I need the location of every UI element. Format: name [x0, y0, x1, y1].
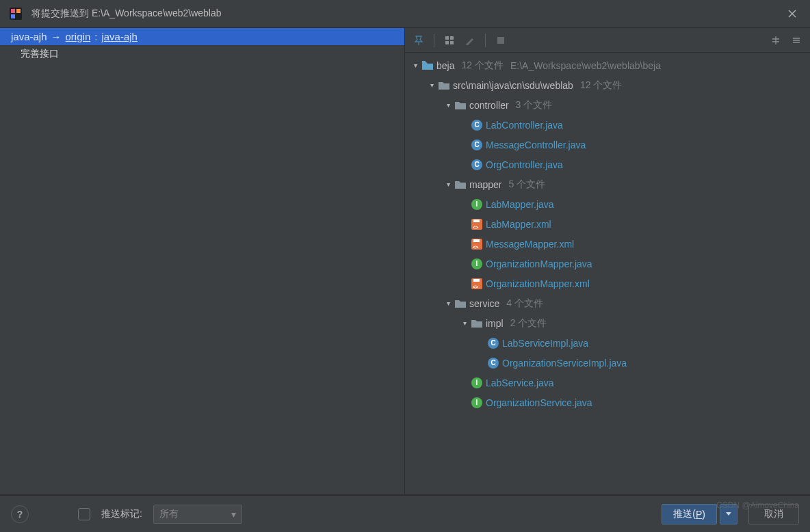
- tree-folder[interactable]: ▾ controller 3 个文件: [405, 95, 810, 115]
- folder-icon: [454, 297, 467, 310]
- help-button[interactable]: ?: [11, 505, 29, 523]
- tree-file[interactable]: CLabController.java: [405, 115, 810, 135]
- file-name: LabService.java: [486, 377, 554, 388]
- tree-file[interactable]: LabMapper.xml: [405, 214, 810, 234]
- toolbar-sep: [434, 34, 434, 47]
- tracking-branch: java-ajh: [101, 31, 138, 42]
- tree-folder[interactable]: ▾ src\main\java\cn\sdu\weblab 12 个文件: [405, 75, 810, 95]
- file-name: OrganizationMapper.xml: [486, 278, 590, 289]
- module-path: E:\A_Workspace\web2\weblab\beja: [510, 60, 661, 71]
- svg-rect-4: [16, 14, 21, 18]
- xml-icon: [471, 278, 483, 290]
- title-bar: 将提交推送到 E:\A_Workspace\web2\weblab: [0, 0, 810, 27]
- file-count: 4 个文件: [506, 297, 543, 310]
- arrow-icon: →: [51, 31, 62, 42]
- toolbar-sep: [485, 34, 486, 47]
- file-count: 12 个文件: [461, 59, 503, 72]
- svg-rect-8: [450, 41, 454, 44]
- file-name: OrganizationMapper.java: [486, 258, 592, 269]
- svg-rect-10: [422, 61, 426, 63]
- tree-file[interactable]: MessageMapper.xml: [405, 234, 810, 254]
- local-branch: java-ajh: [11, 31, 47, 42]
- file-name: LabMapper.java: [486, 199, 554, 210]
- tree-file[interactable]: COrgController.java: [405, 155, 810, 174]
- file-name: LabServiceImpl.java: [502, 338, 588, 349]
- file-name: MessageMapper.xml: [486, 239, 574, 250]
- pin-icon[interactable]: [410, 32, 427, 49]
- changes-toolbar: [405, 28, 810, 53]
- interface-icon: I: [471, 198, 483, 211]
- chevron-down-icon: ▾: [427, 81, 436, 89]
- push-tags-checkbox[interactable]: [78, 508, 90, 520]
- tree-file[interactable]: ILabMapper.java: [405, 194, 810, 214]
- file-name: LabController.java: [486, 120, 563, 131]
- svg-rect-2: [16, 9, 21, 13]
- chevron-down-icon: ▾: [443, 181, 453, 188]
- interface-icon: I: [471, 258, 483, 270]
- module-icon: [421, 59, 434, 72]
- file-count: 12 个文件: [580, 79, 622, 92]
- svg-rect-5: [445, 36, 449, 40]
- file-name: OrganizationServiceImpl.java: [502, 358, 627, 369]
- folder-icon: [471, 317, 483, 330]
- window-title: 将提交推送到 E:\A_Workspace\web2\weblab: [31, 8, 222, 20]
- svg-rect-7: [445, 41, 449, 44]
- folder-icon: [454, 178, 467, 191]
- watermark: CSDN @AimoveChina: [716, 501, 799, 510]
- diff-icon[interactable]: [493, 32, 509, 49]
- tree-file[interactable]: COrganizationServiceImpl.java: [405, 353, 810, 373]
- interface-icon: I: [471, 377, 483, 389]
- class-icon: C: [471, 139, 483, 151]
- chevron-down-icon: ▾: [410, 62, 420, 69]
- tree-file[interactable]: OrganizationMapper.xml: [405, 274, 810, 293]
- tree-file[interactable]: CLabServiceImpl.java: [405, 333, 810, 353]
- changes-tree: ▾ beja 12 个文件 E:\A_Workspace\web2\weblab…: [405, 53, 810, 494]
- module-name: beja: [436, 60, 454, 71]
- close-button[interactable]: [783, 7, 802, 21]
- chevron-down-icon: ▾: [443, 101, 453, 109]
- app-icon: [10, 8, 22, 20]
- combo-value: 所有: [159, 508, 179, 520]
- class-icon: C: [471, 119, 483, 131]
- svg-rect-9: [497, 37, 504, 44]
- changes-panel: ▾ beja 12 个文件 E:\A_Workspace\web2\weblab…: [405, 28, 810, 494]
- file-name: MessageController.java: [486, 139, 586, 150]
- commit-item[interactable]: 完善接口: [0, 45, 404, 63]
- tree-module-root[interactable]: ▾ beja 12 个文件 E:\A_Workspace\web2\weblab…: [405, 55, 810, 75]
- file-name: OrganizationService.java: [486, 397, 592, 408]
- collapse-all-icon[interactable]: [788, 32, 805, 49]
- dialog-footer: ? 推送标记: 所有 ▾ 推送(P) 取消: [0, 495, 810, 532]
- folder-icon: [438, 79, 450, 92]
- group-icon[interactable]: [441, 32, 458, 49]
- folder-name: controller: [469, 100, 509, 111]
- svg-rect-3: [11, 14, 15, 18]
- tree-folder[interactable]: ▾ service 4 个文件: [405, 293, 810, 313]
- commits-panel: java-ajh → origin : java-ajh 完善接口: [0, 28, 405, 494]
- folder-name: impl: [486, 318, 504, 329]
- push-tags-combo[interactable]: 所有 ▾: [153, 505, 242, 524]
- tree-file[interactable]: CMessageController.java: [405, 135, 810, 155]
- file-count: 5 个文件: [508, 178, 545, 191]
- tree-folder[interactable]: ▾ mapper 5 个文件: [405, 174, 810, 194]
- tree-file[interactable]: IOrganizationService.java: [405, 393, 810, 412]
- push-tags-label: 推送标记:: [101, 508, 142, 520]
- tree-file[interactable]: IOrganizationMapper.java: [405, 254, 810, 274]
- svg-rect-6: [450, 36, 454, 40]
- push-button[interactable]: 推送(P): [662, 504, 717, 524]
- branch-row[interactable]: java-ajh → origin : java-ajh: [0, 28, 404, 45]
- class-icon: C: [487, 357, 499, 369]
- folder-icon: [454, 99, 467, 111]
- folder-name: mapper: [469, 179, 501, 190]
- tree-folder[interactable]: ▾ impl 2 个文件: [405, 313, 810, 333]
- file-count: 3 个文件: [516, 99, 553, 111]
- chevron-down-icon: ▾: [460, 319, 469, 327]
- file-count: 2 个文件: [510, 317, 547, 330]
- file-name: OrgController.java: [486, 159, 563, 170]
- expand-all-icon[interactable]: [768, 32, 784, 49]
- svg-rect-1: [11, 9, 15, 13]
- tree-file[interactable]: ILabService.java: [405, 373, 810, 393]
- class-icon: C: [471, 159, 483, 171]
- file-name: LabMapper.xml: [486, 219, 551, 230]
- edit-icon[interactable]: [462, 32, 478, 49]
- interface-icon: I: [471, 397, 483, 409]
